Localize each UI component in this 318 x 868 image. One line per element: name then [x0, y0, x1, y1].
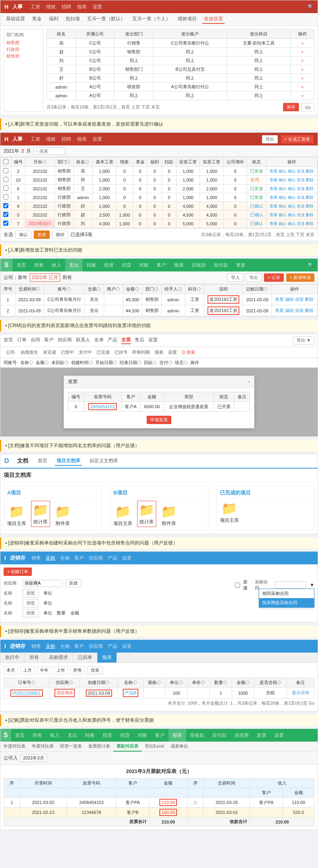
dd-yueku-contract[interactable]: 悦库网盘采购合同	[259, 598, 314, 607]
rn-expense[interactable]: 支出	[65, 259, 83, 271]
p-nav-report[interactable]: 报表	[77, 136, 87, 143]
rn-customer[interactable]: 客户	[153, 259, 170, 271]
ird-op[interactable]: 显示详情	[287, 688, 314, 699]
rd-op[interactable]: 查看 编辑 保留 删除	[271, 294, 317, 305]
an-payable[interactable]: 应付款	[208, 729, 231, 742]
dropdown-arrow-icon[interactable]: ▼	[310, 582, 314, 588]
confirm-all-button[interactable]: 确认	[16, 231, 31, 239]
subnav-mutex2[interactable]: 互斥一查（个人）	[131, 15, 172, 24]
csn-registered[interactable]: 已挂号	[112, 349, 130, 356]
filter-start-date[interactable]: 开始日期◇	[95, 360, 117, 366]
filter-all-period[interactable]: 所有	[70, 666, 85, 674]
folder-b-stats[interactable]: 📁 统计库	[137, 501, 156, 527]
inv-product[interactable]: 产品	[108, 555, 117, 562]
modal-close-btn[interactable]: ×	[247, 379, 250, 385]
records-new-btn[interactable]: + 新增单据	[286, 273, 314, 282]
create-payroll-button[interactable]: + 生成工资表	[281, 135, 314, 143]
row-checkbox[interactable]	[3, 203, 8, 208]
inv-customer[interactable]: 客户	[74, 555, 84, 562]
inv-r-sub-returned[interactable]: 已回单	[73, 653, 97, 663]
csn-mine[interactable]: 由我发生	[18, 349, 41, 356]
folder-a-main[interactable]: 📁 项目主库	[7, 504, 26, 527]
filter-create-time[interactable]: 创建时间◇	[71, 360, 93, 366]
doc-home[interactable]: 首页	[36, 457, 49, 466]
crm-export-btn[interactable]: 导出 ▼	[293, 336, 314, 345]
row-checkbox[interactable]	[3, 168, 8, 173]
nav-salary[interactable]: 工资	[31, 4, 40, 10]
p-nav-settings[interactable]: 设置	[93, 136, 102, 143]
an-invoice[interactable]: 发票	[253, 729, 270, 742]
rn-payable[interactable]: 应付款	[210, 259, 232, 271]
filter-action[interactable]: 操作	[190, 360, 199, 366]
inv-r-sub-demand[interactable]: 采购需求	[44, 653, 73, 663]
subnav-welfare[interactable]: 福利	[47, 15, 60, 24]
csn-expiring[interactable]: 即将到期	[130, 349, 152, 356]
inv-r-sub-report[interactable]: 报表	[97, 653, 117, 663]
nav-recruit[interactable]: 招聘	[62, 4, 71, 10]
crm-customer[interactable]: 客户	[44, 337, 54, 344]
apply-invoice-btn[interactable]: 申请发票	[147, 416, 171, 424]
rsn-invoice-stats[interactable]: 发票统计表	[85, 742, 113, 752]
an-expense[interactable]: 支出	[64, 729, 81, 742]
crm-home[interactable]: 首页	[4, 337, 13, 344]
filter-last-month[interactable]: 上月	[20, 666, 35, 674]
folder-a-stats[interactable]: 📁 统计库	[31, 501, 50, 527]
csn-settings[interactable]: 设置	[166, 349, 179, 356]
inv-r-warehouse[interactable]: 仓储	[60, 643, 70, 650]
crm-product[interactable]: 产品	[108, 337, 117, 344]
create-order-btn[interactable]: + 创建订单	[4, 568, 32, 576]
filter-account[interactable]: 同账号·	[4, 360, 18, 366]
rn-all[interactable]: 所有	[30, 259, 48, 271]
subnav-bonus[interactable]: 奖金	[31, 15, 43, 24]
records-add-btn[interactable]: + 记录	[264, 273, 283, 282]
filter-last-year[interactable]: 上年	[54, 666, 68, 674]
inv-r-purchase[interactable]: 采购	[46, 643, 55, 650]
crm-invoice[interactable]: 发票	[121, 337, 131, 344]
csn-done[interactable]: 已完成	[94, 349, 112, 356]
filter-amount[interactable]: 金额◇	[36, 360, 49, 366]
rsn-annual[interactable]: 年度对比表	[0, 742, 29, 752]
search-btn[interactable]: 搜索	[87, 666, 103, 674]
inv-r-settings[interactable]: 设置	[122, 643, 132, 650]
an-receivable[interactable]: 应收款	[186, 729, 208, 742]
crm-contract[interactable]: 合同	[31, 337, 40, 344]
inv-r-sub-running[interactable]: 执行中	[0, 653, 25, 663]
contract-input[interactable]	[275, 581, 306, 589]
filter-this-year[interactable]: 今年	[37, 666, 51, 674]
rsn-payment-match[interactable]: 票款对应表	[113, 742, 142, 752]
inv-sales[interactable]: 销售	[31, 555, 41, 562]
row-checkbox[interactable]	[3, 186, 8, 191]
rsn-manage[interactable]: 经管一览表	[57, 742, 85, 752]
row-checkbox[interactable]	[3, 212, 8, 217]
filter-name[interactable]: 名称◇	[20, 360, 33, 366]
nav-performance[interactable]: 绩效	[46, 4, 56, 10]
records-search-icon[interactable]: 🔍	[304, 262, 318, 268]
p-nav-salary[interactable]: 工资	[31, 136, 40, 143]
subnav-basic[interactable]: 基础设置	[4, 15, 27, 24]
folder-a-attach[interactable]: 📁 附件库	[55, 504, 71, 527]
an-reconcile[interactable]: 对账	[134, 729, 151, 742]
records-filter-all[interactable]: 所有	[62, 274, 72, 281]
p-nav-perf[interactable]: 绩效	[46, 136, 56, 143]
rsn-form-unit[interactable]: 成表单位	[167, 742, 191, 752]
go-button[interactable]: Go	[301, 103, 314, 111]
an-invest[interactable]: 投资	[99, 729, 116, 742]
row-checkbox[interactable]	[3, 194, 8, 200]
crm-supplier[interactable]: 供应商	[58, 337, 72, 344]
crm-settings[interactable]: 设置	[148, 337, 158, 344]
rn-invest[interactable]: 投资	[100, 259, 118, 271]
an-transfer[interactable]: 转账	[81, 729, 99, 742]
rn-income[interactable]: 收入	[48, 259, 65, 271]
supplier-input[interactable]	[23, 580, 62, 587]
rn-more[interactable]: 更多	[232, 259, 250, 271]
inv-r-sales[interactable]: 销售	[31, 643, 41, 650]
dept-admin[interactable]: 行政部	[6, 46, 41, 53]
csn-search[interactable]: Q 搜索	[179, 349, 198, 356]
rn-credit[interactable]: 信贷	[118, 259, 135, 271]
nav-settings[interactable]: 设置	[93, 4, 102, 10]
rn-report[interactable]: 报表	[170, 259, 188, 271]
inv-settings[interactable]: 设置	[122, 555, 132, 562]
p-nav-recruit[interactable]: 招聘	[62, 136, 71, 143]
rsn-export[interactable]: 导出Excel	[142, 742, 167, 752]
inv-warehouse[interactable]: 仓储	[60, 555, 70, 562]
